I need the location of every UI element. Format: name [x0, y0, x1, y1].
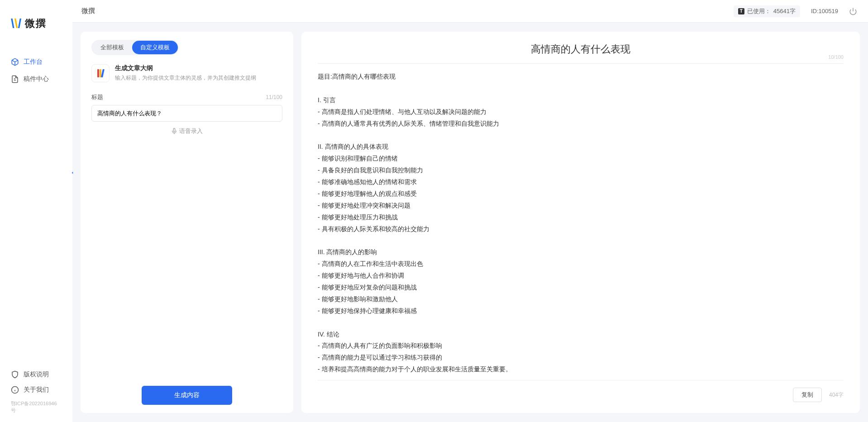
text-icon: T — [738, 8, 744, 14]
voice-label: 语音录入 — [179, 127, 203, 135]
output-title-count: 10/100 — [828, 54, 844, 60]
sidebar-item-label: 工作台 — [24, 58, 43, 66]
sidebar-item-about[interactable]: 关于我们 — [0, 382, 72, 398]
template-card: 生成文章大纲 输入标题，为你提供文章主体的灵感，并为其创建推文提纲 — [91, 64, 282, 82]
sidebar-item-drafts[interactable]: 稿件中心 — [0, 71, 72, 88]
cube-icon — [11, 58, 19, 66]
usage-value: 45641字 — [773, 7, 796, 15]
document-icon — [11, 75, 19, 83]
sidebar-item-label: 稿件中心 — [24, 75, 49, 83]
template-desc: 输入标题，为你提供文章主体的灵感，并为其创建推文提纲 — [115, 74, 256, 82]
template-tabs: 全部模板 自定义模板 — [91, 40, 179, 55]
mic-icon — [171, 128, 177, 134]
sidebar-collapse-handle[interactable] — [69, 167, 76, 178]
word-count: 404字 — [829, 391, 844, 399]
main-nav: 工作台 稿件中心 — [0, 44, 72, 367]
info-icon — [11, 386, 19, 394]
title-field-group: 标题 11/100 语音录入 — [91, 93, 282, 136]
page-title: 微撰 — [81, 7, 95, 15]
logo: \\/ 微撰 — [0, 0, 72, 44]
sidebar-item-label: 关于我们 — [24, 386, 49, 394]
output-panel: 高情商的人有什么表现 10/100 题目:高情商的人有哪些表现 I. 引言 - … — [301, 32, 860, 413]
power-icon[interactable] — [849, 7, 857, 15]
output-header: 高情商的人有什么表现 10/100 — [318, 43, 844, 64]
title-input[interactable] — [91, 105, 282, 122]
title-char-count: 11/100 — [266, 94, 282, 100]
tab-custom-templates[interactable]: 自定义模板 — [132, 41, 178, 54]
logo-icon: \\/ — [11, 16, 21, 31]
header: 微撰 T 已使用： 45641字 ID:100519 — [0, 0, 868, 23]
books-icon — [91, 64, 110, 82]
input-panel: 全部模板 自定义模板 生成文章大纲 输入标题，为你提供文章主体的灵感，并为其创建… — [81, 32, 293, 413]
generate-button[interactable]: 生成内容 — [142, 386, 232, 405]
icp-text: 鄂ICP备2022016946号 — [0, 398, 72, 417]
sidebar-footer: 版权说明 关于我们 鄂ICP备2022016946号 — [0, 367, 72, 422]
voice-input-button[interactable]: 语音录入 — [171, 127, 203, 135]
chevron-left-icon — [70, 169, 75, 176]
output-footer: 复制 404字 — [318, 380, 844, 402]
output-title: 高情商的人有什么表现 — [531, 43, 630, 56]
sidebar-item-copyright[interactable]: 版权说明 — [0, 367, 72, 382]
main-content: 全部模板 自定义模板 生成文章大纲 输入标题，为你提供文章主体的灵感，并为其创建… — [72, 23, 868, 422]
title-label: 标题 — [91, 93, 103, 101]
tab-all-templates[interactable]: 全部模板 — [92, 41, 132, 54]
shield-icon — [11, 370, 19, 379]
sidebar: \\/ 微撰 工作台 稿件中心 版权说明 关于我们 鄂ICP备202201694… — [0, 0, 72, 422]
usage-label: 已使用： — [747, 7, 771, 15]
header-right: T 已使用： 45641字 ID:100519 — [734, 5, 857, 17]
usage-badge: T 已使用： 45641字 — [734, 5, 800, 17]
copy-button[interactable]: 复制 — [793, 388, 822, 402]
template-title: 生成文章大纲 — [115, 64, 256, 72]
user-id: ID:100519 — [811, 8, 838, 14]
logo-text: 微撰 — [25, 17, 47, 30]
sidebar-item-label: 版权说明 — [24, 370, 49, 379]
output-body[interactable]: 题目:高情商的人有哪些表现 I. 引言 - 高情商是指人们处理情绪、与他人互动以… — [318, 71, 844, 380]
sidebar-item-workspace[interactable]: 工作台 — [0, 53, 72, 71]
